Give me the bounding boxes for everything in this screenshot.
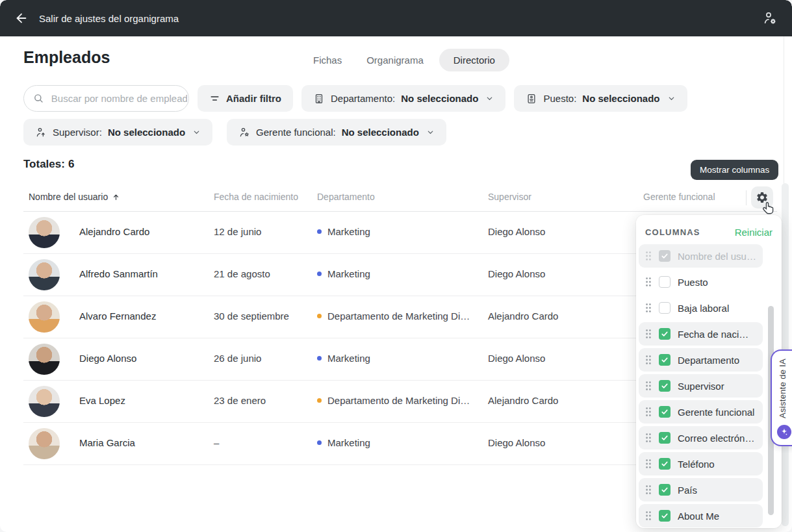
department-text: Departamento de Marketing Di… bbox=[327, 395, 470, 406]
drag-handle-icon[interactable] bbox=[645, 277, 652, 287]
back-button[interactable] bbox=[13, 10, 30, 27]
filter-puesto[interactable]: Puesto: No seleccionado bbox=[514, 85, 687, 112]
drag-handle-icon[interactable] bbox=[645, 355, 652, 365]
column-toggle-item[interactable]: Nombre del usua… bbox=[639, 244, 763, 268]
column-toggle-item[interactable]: Supervisor bbox=[639, 374, 763, 398]
reset-columns-button[interactable]: Reiniciar bbox=[735, 227, 773, 238]
column-checkbox[interactable] bbox=[659, 354, 671, 366]
tab-organigrama[interactable]: Organigrama bbox=[357, 49, 433, 71]
checkmark-icon bbox=[661, 408, 669, 416]
tab-directorio[interactable]: Directorio bbox=[439, 49, 509, 71]
avatar bbox=[29, 301, 60, 333]
gear-icon bbox=[756, 191, 769, 204]
cell-department: Marketing bbox=[317, 226, 370, 237]
sparkle-icon bbox=[777, 425, 791, 439]
cell-supervisor: Alejandro Cardo bbox=[488, 310, 558, 322]
filter-departamento[interactable]: Departamento: No seleccionado bbox=[301, 85, 505, 112]
column-checkbox[interactable] bbox=[659, 328, 671, 340]
drag-handle-icon[interactable] bbox=[645, 329, 652, 339]
drag-handle-icon[interactable] bbox=[645, 485, 652, 495]
column-label: Baja laboral bbox=[678, 303, 729, 314]
column-toggle-item[interactable]: About Me bbox=[639, 504, 763, 527]
column-checkbox[interactable] bbox=[659, 276, 671, 288]
column-checkbox[interactable] bbox=[659, 432, 671, 444]
drag-handle-icon[interactable] bbox=[645, 407, 652, 417]
filter-value: No seleccionado bbox=[582, 93, 659, 104]
column-checkbox[interactable] bbox=[659, 458, 671, 470]
column-header-supervisor[interactable]: Supervisor bbox=[488, 192, 531, 202]
column-toggle-item[interactable]: Departamento bbox=[639, 348, 763, 372]
column-toggle-item[interactable]: Fecha de nacimie… bbox=[639, 322, 763, 346]
drag-handle-icon[interactable] bbox=[645, 303, 652, 313]
cell-supervisor: Diego Alonso bbox=[488, 353, 545, 364]
cell-name: Eva Lopez bbox=[79, 395, 125, 406]
person-star-icon bbox=[238, 127, 250, 138]
column-checkbox[interactable] bbox=[659, 484, 671, 496]
column-toggle-item[interactable]: Puesto bbox=[639, 270, 763, 294]
page-title: Empleados bbox=[23, 48, 110, 67]
drag-handle-icon[interactable] bbox=[645, 251, 652, 261]
column-header-fecha[interactable]: Fecha de nacimiento bbox=[214, 192, 298, 202]
department-dot bbox=[317, 356, 322, 361]
cell-supervisor: Diego Alonso bbox=[488, 268, 545, 279]
column-checkbox[interactable] bbox=[659, 302, 671, 314]
filter-value: No seleccionado bbox=[401, 93, 478, 104]
column-checkbox[interactable] bbox=[659, 250, 671, 262]
drag-handle-icon[interactable] bbox=[645, 459, 652, 469]
search-input[interactable] bbox=[50, 92, 188, 105]
columns-list: Nombre del usua… Puesto Baja laboral Fec… bbox=[636, 244, 782, 527]
drag-handle-icon[interactable] bbox=[645, 511, 652, 521]
filter-lines-icon bbox=[209, 93, 220, 104]
checkmark-icon bbox=[661, 330, 669, 338]
cell-birthdate: – bbox=[214, 437, 219, 448]
drag-handle-icon[interactable] bbox=[645, 381, 652, 391]
cell-name: Maria Garcia bbox=[79, 437, 135, 448]
filter-gerente-funcional[interactable]: Gerente funcional: No seleccionado bbox=[227, 119, 446, 146]
column-header-departamento[interactable]: Departamento bbox=[317, 192, 375, 202]
ai-assistant-label: Asistente de IA bbox=[778, 359, 787, 418]
filter-label: Departamento: bbox=[331, 93, 395, 104]
tab-fichas[interactable]: Fichas bbox=[304, 49, 351, 71]
column-toggle-item[interactable]: País bbox=[639, 478, 763, 501]
cell-department: Marketing bbox=[317, 353, 370, 364]
columns-panel-header: COLUMNAS Reiniciar bbox=[636, 225, 782, 244]
add-filter-button[interactable]: Añadir filtro bbox=[198, 85, 293, 112]
filter-supervisor[interactable]: Supervisor: No seleccionado bbox=[23, 119, 212, 146]
chevron-down-icon bbox=[485, 94, 494, 103]
department-text: Marketing bbox=[327, 226, 370, 237]
column-toggle-item[interactable]: Teléfono bbox=[639, 452, 763, 475]
column-label: Puesto bbox=[678, 277, 708, 288]
ai-assistant-tab[interactable]: Asistente de IA bbox=[771, 349, 792, 446]
user-settings-button[interactable] bbox=[761, 9, 779, 27]
topbar-title: Salir de ajustes del organigrama bbox=[39, 13, 179, 24]
column-checkbox[interactable] bbox=[659, 380, 671, 392]
checkmark-icon bbox=[661, 382, 669, 390]
column-header-gerente[interactable]: Gerente funcional bbox=[643, 192, 715, 202]
checkmark-icon bbox=[661, 460, 669, 468]
filter-label: Gerente funcional: bbox=[256, 127, 336, 138]
table-settings-button[interactable] bbox=[751, 186, 773, 209]
cell-birthdate: 12 de junio bbox=[214, 226, 261, 237]
column-toggle-item[interactable]: Correo electrónico bbox=[639, 426, 763, 450]
department-text: Departamento de Marketing Di… bbox=[327, 310, 470, 322]
column-checkbox[interactable] bbox=[659, 406, 671, 418]
column-label: Teléfono bbox=[678, 459, 715, 470]
cell-supervisor: Diego Alonso bbox=[488, 226, 545, 237]
column-label: About Me bbox=[678, 511, 719, 522]
arrow-up-icon bbox=[112, 193, 120, 201]
column-header-nombre[interactable]: Nombre del usuario bbox=[29, 192, 120, 202]
column-checkbox[interactable] bbox=[659, 510, 671, 522]
department-dot bbox=[317, 440, 322, 445]
drag-handle-icon[interactable] bbox=[645, 433, 652, 443]
department-dot bbox=[317, 314, 322, 318]
cell-department: Departamento de Marketing Di… bbox=[317, 310, 470, 322]
person-gear-icon bbox=[762, 10, 778, 26]
avatar bbox=[29, 217, 60, 248]
avatar bbox=[29, 259, 60, 290]
add-filter-label: Añadir filtro bbox=[226, 93, 281, 104]
department-text: Marketing bbox=[327, 268, 370, 279]
column-toggle-item[interactable]: Baja laboral bbox=[639, 296, 763, 320]
search-box[interactable] bbox=[23, 85, 189, 112]
department-dot bbox=[317, 398, 322, 403]
column-toggle-item[interactable]: Gerente funcional bbox=[639, 400, 763, 424]
